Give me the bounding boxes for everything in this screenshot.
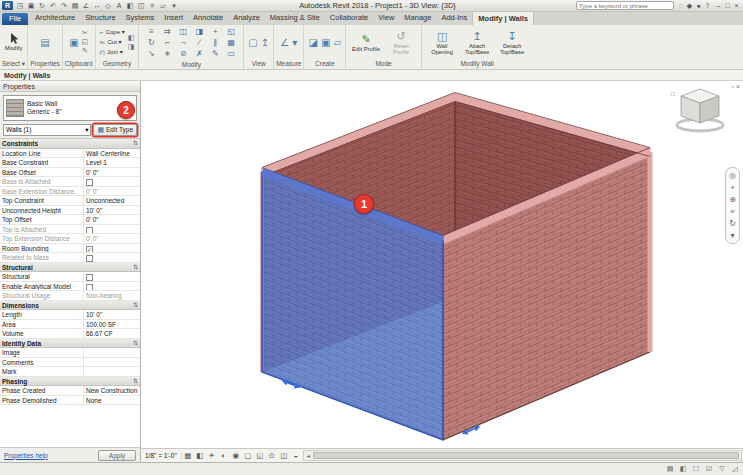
attach-top-base-button[interactable]: ↥Attach Top/Base [461,30,493,55]
checkbox[interactable] [86,255,93,261]
tab-analyze[interactable]: Analyze [228,11,265,25]
measure-tool-icon[interactable]: ∠ [280,37,289,48]
undo-icon[interactable]: ↶ [48,2,58,10]
panel-label-create[interactable]: Create [304,59,345,69]
panel-label-geometry[interactable]: Geometry [96,59,139,69]
viewcube[interactable] [673,83,729,137]
measure-icon[interactable]: ∠ [81,2,91,10]
copy-icon[interactable]: ◱ [82,38,89,46]
measure-dropdown-icon[interactable]: ▾ [292,37,297,48]
section-icon[interactable]: ◫ [136,2,146,10]
delete-icon[interactable]: ✗ [191,48,207,59]
section-header-phasing[interactable]: Phasing⇅ [0,377,140,387]
text-icon[interactable]: A [114,2,124,10]
exchange-apps-icon[interactable]: ◆ [685,2,694,10]
resize-grip-icon[interactable]: ◿ [730,465,740,473]
tab-modify-walls[interactable]: Modify | Walls [472,11,534,25]
scrollbar-thumb[interactable] [313,452,739,459]
redo-icon[interactable]: ↷ [59,2,69,10]
panel-label-modify-wall[interactable]: Modify Wall [422,59,532,69]
rotate-icon[interactable]: ↻ [143,37,159,48]
array-icon[interactable]: ▦ [223,37,239,48]
displace-elements-icon[interactable]: ↥ [261,37,269,48]
property-row-area[interactable]: Area100.00 SF [0,320,140,330]
thin-lines-icon[interactable]: ≡ [147,2,157,10]
cut-geometry-button[interactable]: ✂Cut ▾ [100,38,125,47]
tab-massing-site[interactable]: Massing & Site [265,11,325,25]
tab-structure[interactable]: Structure [80,11,120,25]
panel-label-measure[interactable]: Measure [274,59,303,69]
tab-annotate[interactable]: Annotate [188,11,228,25]
scroll-left-arrow[interactable]: ◂ [304,452,313,459]
split-with-gap-icon[interactable]: ∥ [207,37,223,48]
worksets-icon[interactable]: ▤ [665,465,675,473]
minimize-icon[interactable]: – [714,2,723,9]
paste-icon[interactable]: ▣ [69,37,78,48]
property-row-top-offset[interactable]: Top Offset0' 0" [0,215,140,225]
press-drag-icon[interactable]: ☑ [704,465,714,473]
tab-add-ins[interactable]: Add-Ins [436,11,472,25]
save-icon[interactable]: ▣ [26,2,36,10]
property-row-related-to-mass[interactable]: Related to Mass [0,253,140,263]
selection-box-icon[interactable]: ▢ [248,37,257,48]
help-search[interactable] [576,1,674,10]
tab-systems[interactable]: Systems [121,11,160,25]
pin-icon[interactable]: ∗ [159,48,175,59]
offset-icon[interactable]: ⇉ [159,26,175,37]
detail-level-icon[interactable]: ▦ [182,451,194,460]
apply-button[interactable]: Apply [98,450,136,461]
shadows-icon[interactable]: ◐ [218,451,230,460]
search-go-icon[interactable]: ◌ [676,2,685,10]
design-options-icon[interactable]: ◧ [678,465,688,473]
match-type-icon[interactable]: ✎ [82,47,89,55]
tab-architecture[interactable]: Architecture [30,11,80,25]
edit-profile-button[interactable]: ✎Edit Profile [350,33,382,52]
property-row-base-offset[interactable]: Base Offset0' 0" [0,168,140,178]
section-header-dimensions[interactable]: Dimensions⇅ [0,301,140,311]
property-row-length[interactable]: Length10' 0" [0,310,140,320]
mirror-pick-axis-icon[interactable]: ◫ [175,26,191,37]
panel-label-properties[interactable]: Properties [28,59,62,69]
create-similar-icon[interactable]: ▱ [333,37,341,48]
trim-extend-multiple-icon[interactable]: ▭ [223,48,239,59]
editable-only-icon[interactable]: ☐ [691,465,701,473]
3d-view[interactable] [141,81,743,448]
reveal-hidden-elements-icon[interactable]: ◒ [290,451,302,460]
property-row-structural-usage[interactable]: Structural UsageNon-bearing [0,291,140,301]
property-row-top-constraint[interactable]: Top ConstraintUnconnected [0,196,140,206]
unpin-icon[interactable]: ⊘ [175,48,191,59]
sign-in-icon[interactable]: ● [694,2,703,10]
sun-path-icon[interactable]: ☀ [206,451,218,460]
orbit-icon[interactable]: ↻ [729,219,736,228]
default-3d-view-icon[interactable]: ◧ [125,2,135,10]
pan-icon[interactable]: + [730,183,735,192]
filter-icon[interactable]: ▽ [717,465,727,473]
drawing-area[interactable]: 1 ▫× ⌂ ◎+⊕«↻▾ 1/8" = 1'-0" ▦◧☀◐◉▢◱⊙◫◒ ◂ [141,81,743,462]
tab-collaborate[interactable]: Collaborate [325,11,373,25]
match-properties-icon[interactable]: ✎ [207,48,223,59]
section-header-constraints[interactable]: Constraints⇅ [0,139,140,149]
tab-file[interactable]: File [2,13,28,25]
paint-icon[interactable]: ◧ [128,34,135,42]
sync-with-central-icon[interactable]: ↻ [37,2,47,10]
maximize-icon[interactable]: □ [723,2,732,9]
wall-opening-button[interactable]: ◫Wall Opening [426,30,458,55]
properties-icon[interactable]: ▤ [40,37,49,48]
mirror-draw-axis-icon[interactable]: ◨ [191,26,207,37]
panel-label-select[interactable]: Select ▾ [0,59,27,69]
create-group-icon[interactable]: ▣ [321,37,330,48]
close-icon[interactable]: × [732,2,741,9]
join-button[interactable]: ⊓Join ▾ [100,48,125,57]
property-row-location-line[interactable]: Location LineWall Centerline [0,149,140,159]
rewind-icon[interactable]: « [730,207,734,216]
tag-by-category-icon[interactable]: ◇ [103,2,113,10]
create-parts-icon[interactable]: ◪ [308,37,317,48]
switch-windows-icon[interactable]: ▱ [158,2,168,10]
property-row-volume[interactable]: Volume66.67 CF [0,329,140,339]
property-row-base-is-attached[interactable]: Base is Attached [0,177,140,187]
search-input[interactable] [577,3,673,9]
property-row-enable-analytical-model[interactable]: Enable Analytical Model [0,282,140,292]
checkbox[interactable] [86,274,93,280]
property-row-top-extension-distance[interactable]: Top Extension Distance0' 0" [0,234,140,244]
tab-manage[interactable]: Manage [399,11,436,25]
